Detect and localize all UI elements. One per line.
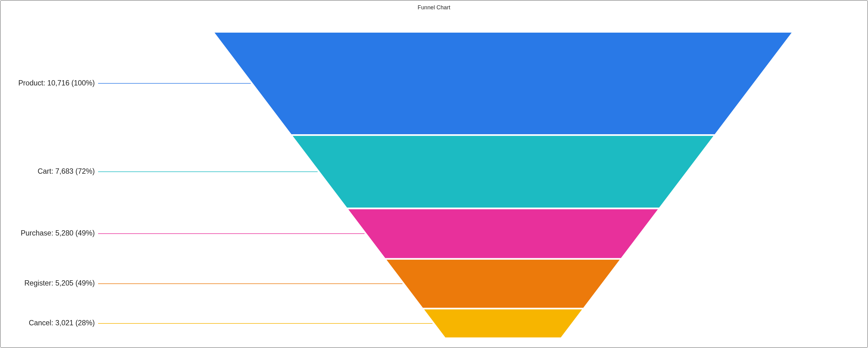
funnel-stage-cancel[interactable] [424, 310, 582, 338]
funnel-chart: Product: 10,716 (100%)Cart: 7,683 (72%)P… [1, 1, 867, 347]
funnel-stage-product[interactable] [215, 33, 792, 134]
chart-frame: Funnel Chart Product: 10,716 (100%)Cart:… [0, 0, 868, 348]
stage-label: Purchase: 5,280 (49%) [21, 229, 95, 237]
stage-label: Cart: 7,683 (72%) [37, 167, 95, 175]
funnel-stage-cart[interactable] [293, 136, 713, 208]
stage-label: Cancel: 3,021 (28%) [29, 319, 95, 327]
funnel-stage-purchase[interactable] [348, 209, 658, 258]
funnel-stage-register[interactable] [386, 260, 620, 308]
stage-label: Product: 10,716 (100%) [18, 79, 95, 87]
stage-label: Register: 5,205 (49%) [24, 279, 95, 287]
